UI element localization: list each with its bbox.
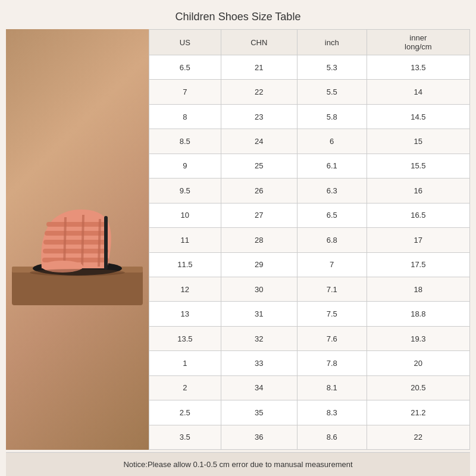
cell-inch: 7 xyxy=(297,252,367,277)
table-row: 9.5266.316 xyxy=(149,178,470,203)
table-row: 2.5358.321.2 xyxy=(149,400,470,425)
cell-inner: 13.5 xyxy=(367,55,469,80)
table-row: 13317.518.8 xyxy=(149,302,470,326)
svg-line-9 xyxy=(82,215,83,267)
cell-inch: 7.5 xyxy=(297,302,367,326)
table-row: 11.529717.5 xyxy=(149,252,470,277)
cell-inner: 20.5 xyxy=(367,375,469,400)
col-inch: inch xyxy=(297,30,367,55)
cell-us: 8 xyxy=(149,104,221,129)
cell-us: 8.5 xyxy=(149,129,221,154)
cell-us: 1 xyxy=(149,351,221,375)
cell-chn: 26 xyxy=(221,178,297,203)
cell-inner: 20 xyxy=(367,351,469,375)
page-title: Children Shoes Size Table xyxy=(0,0,476,29)
table-row: 7225.514 xyxy=(149,80,470,104)
cell-inch: 6.1 xyxy=(297,154,367,178)
cell-chn: 28 xyxy=(221,228,297,252)
table-row: 8.524615 xyxy=(149,129,470,154)
cell-inner: 14 xyxy=(367,80,469,104)
cell-us: 13.5 xyxy=(149,326,221,350)
svg-line-8 xyxy=(64,217,65,267)
cell-chn: 25 xyxy=(221,154,297,178)
size-table: US CHN inch innerlong/cm 6.5215.313.5722… xyxy=(149,29,470,450)
main-content: US CHN inch innerlong/cm 6.5215.313.5722… xyxy=(6,29,470,450)
cell-inch: 6.8 xyxy=(297,228,367,252)
col-us: US xyxy=(149,30,221,55)
shoe-photo xyxy=(6,29,149,450)
cell-inner: 17.5 xyxy=(367,252,469,277)
table-header-row: US CHN inch innerlong/cm xyxy=(149,30,470,55)
cell-chn: 33 xyxy=(221,351,297,375)
cell-chn: 31 xyxy=(221,302,297,326)
cell-inner: 18.8 xyxy=(367,302,469,326)
cell-inch: 8.6 xyxy=(297,425,367,449)
cell-chn: 23 xyxy=(221,104,297,129)
col-inner: innerlong/cm xyxy=(367,30,469,55)
table-row: 3.5368.622 xyxy=(149,425,470,449)
cell-chn: 35 xyxy=(221,400,297,425)
table-row: 8235.814.5 xyxy=(149,104,470,129)
cell-inner: 15.5 xyxy=(367,154,469,178)
cell-chn: 30 xyxy=(221,277,297,301)
cell-us: 9.5 xyxy=(149,178,221,203)
cell-chn: 24 xyxy=(221,129,297,154)
cell-inch: 7.1 xyxy=(297,277,367,301)
cell-inch: 6.3 xyxy=(297,178,367,203)
cell-inch: 5.5 xyxy=(297,80,367,104)
table-row: 9256.115.5 xyxy=(149,154,470,178)
svg-rect-4 xyxy=(45,231,107,236)
cell-us: 3.5 xyxy=(149,425,221,449)
cell-chn: 36 xyxy=(221,425,297,449)
cell-us: 2.5 xyxy=(149,400,221,425)
cell-us: 12 xyxy=(149,277,221,301)
cell-us: 11 xyxy=(149,228,221,252)
table-row: 12307.118 xyxy=(149,277,470,301)
cell-chn: 34 xyxy=(221,375,297,400)
table-row: 1337.820 xyxy=(149,351,470,375)
shoe-image xyxy=(6,29,149,450)
cell-inch: 7.6 xyxy=(297,326,367,350)
cell-inch: 5.8 xyxy=(297,104,367,129)
col-chn: CHN xyxy=(221,30,297,55)
table-row: 10276.516.5 xyxy=(149,203,470,227)
cell-us: 7 xyxy=(149,80,221,104)
cell-us: 2 xyxy=(149,375,221,400)
cell-inner: 14.5 xyxy=(367,104,469,129)
cell-us: 10 xyxy=(149,203,221,227)
cell-inner: 16 xyxy=(367,178,469,203)
svg-line-10 xyxy=(99,219,100,267)
svg-point-13 xyxy=(30,269,125,276)
cell-inch: 6.5 xyxy=(297,203,367,227)
cell-inch: 8.1 xyxy=(297,375,367,400)
shoe-illustration xyxy=(12,174,143,305)
cell-inch: 7.8 xyxy=(297,351,367,375)
cell-chn: 27 xyxy=(221,203,297,227)
cell-inch: 6 xyxy=(297,129,367,154)
cell-us: 6.5 xyxy=(149,55,221,80)
svg-rect-12 xyxy=(104,216,108,270)
cell-us: 11.5 xyxy=(149,252,221,277)
cell-inner: 16.5 xyxy=(367,203,469,227)
cell-chn: 32 xyxy=(221,326,297,350)
svg-rect-5 xyxy=(43,240,108,245)
cell-inch: 8.3 xyxy=(297,400,367,425)
cell-chn: 22 xyxy=(221,80,297,104)
cell-inner: 22 xyxy=(367,425,469,449)
cell-us: 13 xyxy=(149,302,221,326)
cell-chn: 21 xyxy=(221,55,297,80)
table-row: 11286.817 xyxy=(149,228,470,252)
table-row: 6.5215.313.5 xyxy=(149,55,470,80)
cell-inch: 5.3 xyxy=(297,55,367,80)
cell-inner: 17 xyxy=(367,228,469,252)
cell-inner: 19.3 xyxy=(367,326,469,350)
cell-chn: 29 xyxy=(221,252,297,277)
table-row: 2348.120.5 xyxy=(149,375,470,400)
svg-rect-3 xyxy=(46,222,106,227)
cell-inner: 15 xyxy=(367,129,469,154)
notice-bar: Notice:Please allow 0.1-0.5 cm error due… xyxy=(6,452,470,476)
cell-us: 9 xyxy=(149,154,221,178)
table-row: 13.5327.619.3 xyxy=(149,326,470,350)
cell-inner: 21.2 xyxy=(367,400,469,425)
cell-inner: 18 xyxy=(367,277,469,301)
